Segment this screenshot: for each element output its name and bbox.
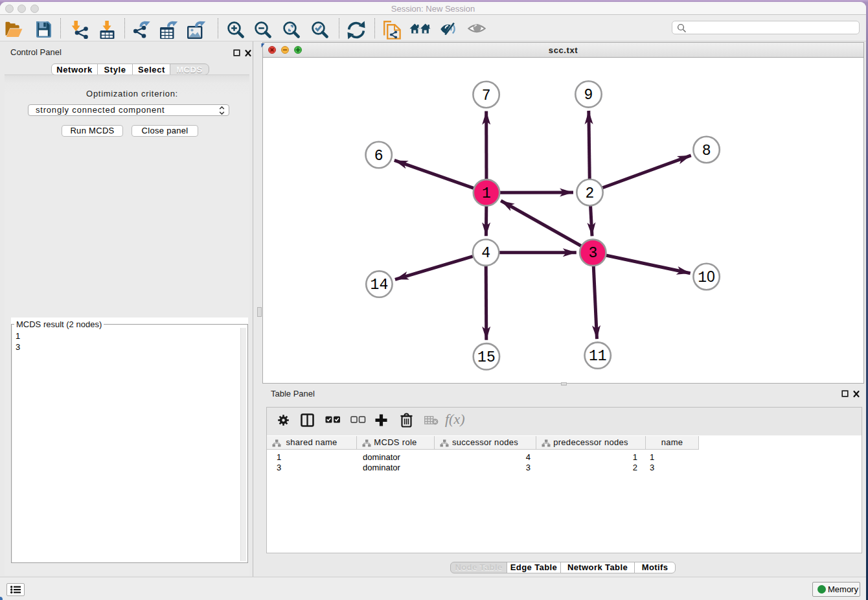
svg-text:1: 1: [482, 185, 491, 202]
svg-text:7: 7: [482, 87, 491, 104]
svg-text:9: 9: [584, 87, 593, 104]
svg-text:2: 2: [586, 185, 595, 202]
svg-text:4: 4: [481, 245, 490, 262]
svg-text:8: 8: [702, 143, 711, 159]
svg-text:6: 6: [374, 148, 383, 165]
svg-text:3: 3: [588, 245, 597, 262]
svg-text:11: 11: [589, 348, 607, 365]
svg-text:10: 10: [698, 268, 715, 286]
svg-text:14: 14: [371, 277, 389, 294]
svg-text:15: 15: [477, 349, 496, 366]
